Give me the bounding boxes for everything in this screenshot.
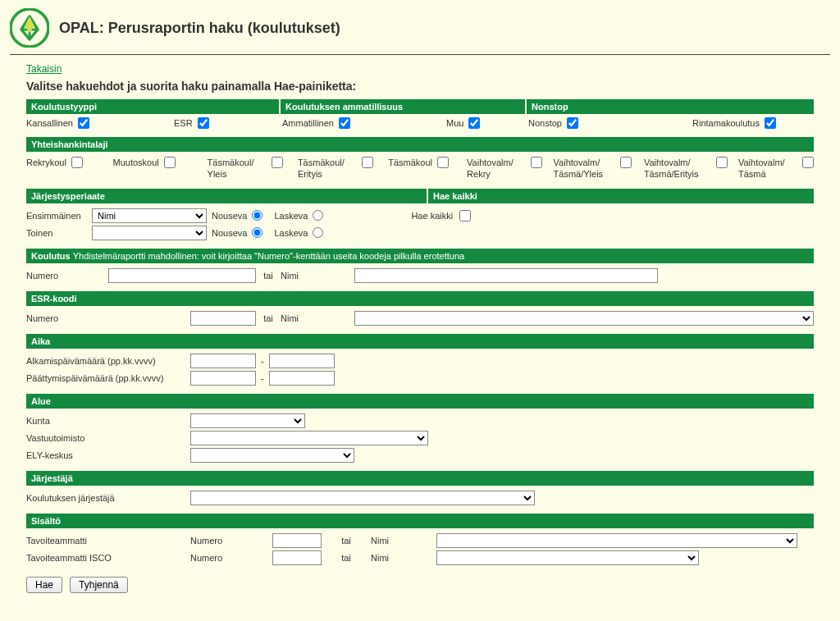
checkbox-esr[interactable] <box>198 117 209 129</box>
header-koulutustyyppi: Koulutustyyppi <box>26 99 281 114</box>
label-kansallinen: Kansallinen <box>26 118 73 128</box>
select-toinen[interactable] <box>92 226 207 240</box>
instruction-text: Valitse hakuehdot ja suorita haku painam… <box>10 80 830 99</box>
input-tav-numero[interactable] <box>272 533 322 548</box>
label-muutoskoul: Muutoskoul <box>113 157 159 168</box>
label-paattymispvm: Päättymispäivämäärä (pp.kk.vvvv) <box>26 373 190 383</box>
select-esr-nimi[interactable] <box>354 311 814 326</box>
input-paat-to[interactable] <box>269 371 335 386</box>
label-koulutuksen-jarjestaja: Koulutuksen järjestäjä <box>26 493 190 503</box>
header-alue: Alue <box>26 394 814 409</box>
sep-paat: - <box>261 373 264 383</box>
radio-nouseva1[interactable] <box>252 210 262 221</box>
label-tavoiteammatti-isco: Tavoiteammatti ISCO <box>26 553 190 563</box>
select-ensimmainen[interactable]: Nimi <box>92 208 207 223</box>
back-link[interactable]: Takaisin <box>26 63 62 75</box>
checkbox-vaihtovalm-tasma-erityis[interactable] <box>716 157 728 168</box>
checkbox-rintamakoulutus[interactable] <box>765 117 776 129</box>
page-header: OPAL: Perusraportin haku (koulutukset) <box>10 5 830 54</box>
checkbox-haekaikki[interactable] <box>459 210 471 221</box>
header-jarjestysperiaate: Järjestysperiaate <box>26 189 428 203</box>
label-tav-nimi: Nimi <box>371 536 436 546</box>
checkbox-muu[interactable] <box>468 117 480 129</box>
checkbox-muutoskoul[interactable] <box>164 157 176 168</box>
checkbox-kansallinen[interactable] <box>78 117 89 129</box>
radio-laskeva2[interactable] <box>313 227 323 238</box>
label-tasmakoul-erityis: Täsmäkoul/ Erityis <box>298 157 357 180</box>
label-vastuutoimisto: Vastuutoimisto <box>26 433 190 443</box>
label-vaihtovalm-tasma: Vaihtovalm/ Täsmä <box>738 157 797 180</box>
checkbox-vaihtovalm-tasma[interactable] <box>802 157 814 168</box>
logo-icon <box>10 8 49 48</box>
sep-alk: - <box>261 356 264 366</box>
label-tasmakoul: Täsmäkoul <box>388 157 432 168</box>
checkbox-tasmakoul-erityis[interactable] <box>362 157 373 168</box>
label-koulutus-numero: Numero <box>26 271 108 281</box>
checkbox-vaihtovalm-rekry[interactable] <box>531 157 542 168</box>
radio-laskeva1[interactable] <box>313 210 323 221</box>
label-kunta: Kunta <box>26 416 190 426</box>
input-koulutus-numero[interactable] <box>108 268 256 283</box>
label-esr: ESR <box>174 118 193 128</box>
label-rintamakoulutus: Rintamakoulutus <box>692 118 760 128</box>
label-vaihtovalm-tasma-erityis: Vaihtovalm/ Täsmä/Erityis <box>644 157 711 180</box>
select-vastuutoimisto[interactable] <box>190 431 428 445</box>
label-vaihtovalm-tasma-yleis: Vaihtovalm/ Täsmä/Yleis <box>554 157 615 180</box>
label-tavoiteammatti: Tavoiteammatti <box>26 536 190 546</box>
label-esr-nimi: Nimi <box>281 313 354 323</box>
label-nouseva2: Nouseva <box>212 228 247 238</box>
checkbox-rekrykoul[interactable] <box>71 157 83 168</box>
header-jarjestaja: Järjestäjä <box>26 471 814 486</box>
label-tasmakoul-yleis: Täsmäkoul/ Yleis <box>208 157 267 180</box>
radio-nouseva2[interactable] <box>252 227 262 238</box>
label-laskeva2: Laskeva <box>274 228 308 238</box>
header-nonstop: Nonstop <box>527 99 814 114</box>
label-esr-numero: Numero <box>26 313 190 323</box>
input-alk-to[interactable] <box>269 354 335 368</box>
label-koulutus-nimi: Nimi <box>281 271 354 281</box>
input-alk-from[interactable] <box>190 354 256 368</box>
header-sisalto: Sisältö <box>26 514 814 528</box>
label-toinen: Toinen <box>26 228 92 238</box>
select-koulutuksen-jarjestaja[interactable] <box>190 491 535 505</box>
label-laskeva1: Laskeva <box>274 211 308 221</box>
header-ammatillisuus: Koulutuksen ammatillisuus <box>281 99 527 114</box>
input-esr-numero[interactable] <box>190 311 256 326</box>
label-vaihtovalm-rekry: Vaihtovalm/ Rekry <box>467 157 526 180</box>
checkbox-tasmakoul-yleis[interactable] <box>272 157 283 168</box>
label-muu: Muu <box>446 118 463 128</box>
yhteis-row: Rekrykoul Muutoskoul Täsmäkoul/ Yleis Tä… <box>26 157 814 180</box>
header-koulutus: Koulutus Yhdistelmäraportti mahdollinen:… <box>26 249 814 263</box>
header-esrkoodi: ESR-koodi <box>26 291 814 306</box>
header-haekaikki: Hae kaikki <box>428 189 814 203</box>
select-tavisco-nimi[interactable] <box>436 550 699 565</box>
input-paat-from[interactable] <box>190 371 256 386</box>
checkbox-nonstop[interactable] <box>567 117 578 129</box>
label-nouseva1: Nouseva <box>212 211 247 221</box>
label-tavisco-tai: tai <box>322 553 371 563</box>
select-kunta[interactable] <box>190 413 305 428</box>
label-alkamispvm: Alkamispäivämäärä (pp.kk.vvvv) <box>26 356 190 366</box>
label-haekaikki: Hae kaikki <box>411 211 453 221</box>
label-ensimmainen: Ensimmäinen <box>26 211 92 221</box>
label-tavisco-numero: Numero <box>190 553 272 563</box>
page-title: OPAL: Perusraportin haku (koulutukset) <box>59 20 340 37</box>
header-yhteishankintalaji: Yhteishankintalaji <box>26 137 814 152</box>
label-esr-tai: tai <box>256 313 281 323</box>
label-tavisco-nimi: Nimi <box>371 553 436 563</box>
checkbox-vaihtovalm-tasma-yleis[interactable] <box>620 157 632 168</box>
header-aika: Aika <box>26 334 814 349</box>
header-separator <box>10 54 830 55</box>
label-nonstop: Nonstop <box>528 118 562 128</box>
tyhjenna-button[interactable]: Tyhjennä <box>70 577 128 593</box>
input-tavisco-numero[interactable] <box>272 550 322 565</box>
label-rekrykoul: Rekrykoul <box>26 157 66 168</box>
label-elykeskus: ELY-keskus <box>26 450 190 460</box>
label-tav-tai: tai <box>322 536 371 546</box>
select-elykeskus[interactable] <box>190 448 354 463</box>
checkbox-ammatillinen[interactable] <box>339 117 350 129</box>
select-tav-nimi[interactable] <box>436 533 797 548</box>
input-koulutus-nimi[interactable] <box>354 268 658 283</box>
hae-button[interactable]: Hae <box>26 577 62 593</box>
checkbox-tasmakoul[interactable] <box>437 157 449 168</box>
